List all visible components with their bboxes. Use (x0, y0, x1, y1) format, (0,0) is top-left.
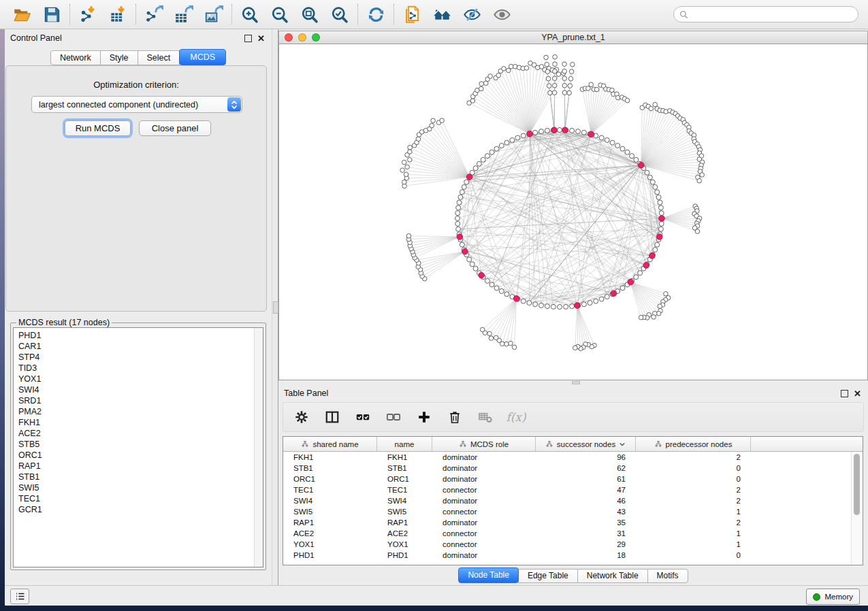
mcds-result-item[interactable]: YOX1 (14, 374, 263, 384)
settings-gear-button[interactable] (291, 407, 312, 427)
import-table-button[interactable] (105, 3, 131, 26)
table-row[interactable]: STB1STB1dominator620 (283, 463, 863, 474)
table-cell[interactable]: 1 (636, 506, 751, 517)
mcds-list-scrollbar[interactable] (254, 328, 263, 567)
table-cell[interactable]: 1 (636, 539, 751, 550)
tab-node-table[interactable]: Node Table (458, 567, 519, 583)
mcds-result-item[interactable]: STB5 (14, 439, 263, 450)
table-cell[interactable]: connector (432, 539, 536, 550)
vertical-splitter-handle[interactable] (273, 301, 278, 314)
tab-network[interactable]: Network (50, 50, 101, 65)
table-row[interactable]: FKH1FKH1dominator962 (283, 452, 863, 463)
table-scrollbar[interactable] (851, 452, 862, 564)
table-row[interactable]: ORC1ORC1dominator610 (283, 474, 863, 484)
vertical-splitter[interactable] (272, 29, 278, 585)
mcds-result-item[interactable]: PMA2 (14, 406, 263, 417)
table-cell[interactable]: RAP1 (377, 517, 432, 528)
table-cell[interactable]: FKH1 (283, 452, 377, 463)
export-image-button[interactable] (201, 3, 227, 26)
mcds-result-item[interactable]: ACE2 (14, 428, 263, 439)
tab-select[interactable]: Select (138, 50, 180, 65)
table-cell[interactable]: dominator (432, 550, 536, 561)
table-row[interactable]: RAP1RAP1dominator352 (283, 517, 863, 528)
close-panel-icon[interactable]: ✕ (257, 35, 265, 42)
table-cell[interactable]: SWI4 (377, 495, 432, 506)
mcds-result-item[interactable]: FKH1 (14, 417, 263, 428)
close-panel-button[interactable]: Close panel (139, 120, 211, 136)
export-network-button[interactable] (141, 3, 167, 26)
network-canvas[interactable] (278, 44, 868, 380)
table-cell[interactable]: dominator (432, 463, 536, 474)
table-cell[interactable]: 35 (536, 517, 636, 528)
table-cell[interactable]: 46 (536, 495, 636, 506)
optimization-select[interactable]: largest connected component (undirected) (31, 96, 242, 113)
table-cell[interactable]: TEC1 (377, 484, 432, 495)
network-graph[interactable] (279, 44, 867, 379)
table-cell[interactable]: YOX1 (377, 539, 432, 550)
table-cell[interactable]: PHD1 (377, 550, 432, 561)
table-row[interactable]: ACE2ACE2connector311 (283, 528, 863, 539)
table-cell[interactable]: SWI5 (283, 506, 377, 517)
table-cell[interactable]: FKH1 (377, 452, 432, 463)
column-header-shared-name[interactable]: shared name (283, 437, 377, 451)
mcds-result-item[interactable]: TEC1 (14, 493, 263, 504)
table-cell[interactable]: 31 (536, 528, 636, 539)
open-file-button[interactable] (9, 3, 35, 26)
table-row[interactable]: SWI5SWI5connector431 (283, 506, 863, 517)
save-session-button[interactable] (39, 3, 65, 26)
table-cell[interactable]: RAP1 (283, 517, 377, 528)
run-mcds-button[interactable]: Run MCDS (65, 120, 131, 136)
column-header-predecessor-nodes[interactable]: predecessor nodes (636, 437, 751, 451)
table-cell[interactable]: connector (432, 484, 536, 495)
zoom-selected-button[interactable] (327, 3, 353, 26)
search-input[interactable] (692, 9, 852, 20)
mcds-result-item[interactable]: STB1 (14, 472, 263, 482)
table-row[interactable]: TEC1TEC1connector472 (283, 484, 863, 495)
mcds-result-item[interactable]: SRD1 (14, 395, 263, 406)
mcds-result-item[interactable]: ORC1 (14, 450, 263, 461)
table-cell[interactable]: dominator (432, 495, 536, 506)
tab-style[interactable]: Style (100, 50, 138, 65)
hide-panel-eye-button[interactable] (459, 3, 485, 26)
table-cell[interactable]: SWI4 (283, 495, 377, 506)
table-cell[interactable]: 2 (636, 495, 751, 506)
mcds-result-item[interactable]: PHD1 (14, 330, 263, 341)
table-cell[interactable]: 0 (636, 474, 751, 484)
add-row-button[interactable] (414, 407, 434, 427)
table-cell[interactable]: 29 (536, 539, 636, 550)
table-cell[interactable]: 43 (536, 506, 636, 517)
mcds-result-item[interactable]: RAP1 (14, 461, 263, 472)
table-cell[interactable]: 2 (636, 517, 751, 528)
column-header-MCDS-role[interactable]: MCDS role (432, 437, 536, 451)
table-row[interactable]: PHD1PHD1dominator180 (283, 550, 863, 561)
houses-button[interactable] (429, 3, 455, 26)
table-cell[interactable]: ORC1 (283, 474, 377, 484)
table-cell[interactable]: dominator (432, 452, 536, 463)
close-table-panel-icon[interactable]: ✕ (854, 391, 861, 397)
column-header-successor-nodes[interactable]: successor nodes (536, 437, 636, 451)
float-window-icon[interactable] (244, 35, 252, 42)
float-table-panel-icon[interactable] (841, 390, 848, 397)
table-cell[interactable]: PHD1 (283, 550, 377, 561)
tab-mcds[interactable]: MCDS (179, 49, 226, 65)
export-table-button[interactable] (171, 3, 197, 26)
table-cell[interactable]: 96 (536, 452, 636, 463)
mcds-result-item[interactable]: GCR1 (14, 504, 263, 515)
table-row[interactable]: SWI4SWI4dominator462 (283, 495, 863, 506)
table-cell[interactable]: 61 (536, 474, 636, 484)
table-cell[interactable]: STB1 (377, 463, 432, 474)
table-cell[interactable]: SWI5 (377, 506, 432, 517)
zoom-in-button[interactable] (237, 3, 263, 26)
zoom-out-button[interactable] (267, 3, 293, 26)
table-cell[interactable]: STB1 (283, 463, 377, 474)
network-from-file-button[interactable] (399, 3, 425, 26)
table-cell[interactable]: 2 (636, 452, 751, 463)
table-cell[interactable]: ACE2 (377, 528, 432, 539)
mcds-result-item[interactable]: STP4 (14, 352, 263, 363)
table-cell[interactable]: 0 (636, 463, 751, 474)
mcds-result-item[interactable]: TID3 (14, 363, 263, 374)
zoom-fit-button[interactable] (297, 3, 323, 26)
table-cell[interactable]: ORC1 (377, 474, 432, 484)
table-cell[interactable]: ACE2 (283, 528, 377, 539)
table-cell[interactable]: dominator (432, 517, 536, 528)
